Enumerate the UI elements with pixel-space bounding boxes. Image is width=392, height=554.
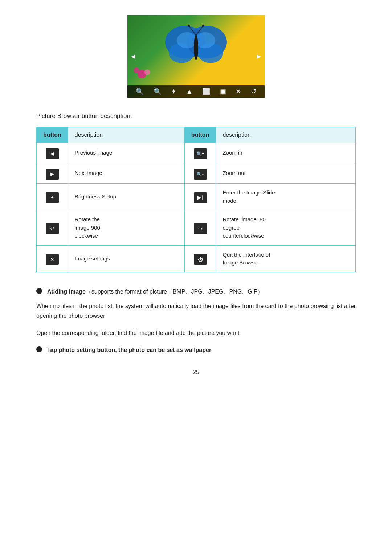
slideshow-icon: ▶| <box>194 192 207 203</box>
zoom-out-icon: 🔍- <box>194 169 207 180</box>
adding-image-formats: （supports the format of picture：BMP、JPG、… <box>86 288 263 295</box>
brightness-icon: ✦ <box>46 192 59 203</box>
table-row: ✕ Image settings ⏻ Quit the interface of… <box>37 245 356 272</box>
toolbar-zoom-in[interactable]: 🔍 <box>136 87 144 95</box>
desc-image-settings: Image settings <box>68 245 184 272</box>
next-image-icon: ► <box>46 169 59 180</box>
icon-cell-next: ► <box>37 163 68 184</box>
desc-slideshow: Enter the Image Slidemode <box>216 184 356 210</box>
wallpaper-label: Tap photo setting button, the photo can … <box>47 347 211 353</box>
svg-point-10 <box>202 25 204 27</box>
table-row: ► Next image 🔍- Zoom out <box>37 163 356 184</box>
toolbar-brightness[interactable]: ✦ <box>171 87 176 95</box>
bullet-dot-2 <box>36 346 42 352</box>
icon-cell-brightness: ✦ <box>37 184 68 210</box>
icon-cell-slideshow: ▶| <box>184 184 216 210</box>
col-header-desc1: description <box>68 127 184 143</box>
paragraph-open-folder: Open the corresponding folder, find the … <box>36 328 356 338</box>
toolbar-crop[interactable]: ▣ <box>220 87 226 95</box>
desc-zoom-in: Zoom in <box>216 143 356 163</box>
button-table: button description button description ◄ … <box>36 127 356 272</box>
svg-point-9 <box>188 25 190 27</box>
rotate-cw-icon: ↩ <box>46 223 59 234</box>
toolbar-add[interactable]: ▲ <box>186 88 193 95</box>
icon-cell-rotate-cw: ↩ <box>37 210 68 246</box>
table-header-row: button description button description <box>37 127 356 143</box>
section-title: Picture Browser button description: <box>36 112 356 120</box>
icon-cell-rotate-ccw: ↪ <box>184 210 216 246</box>
desc-brightness: Brightness Setup <box>68 184 184 210</box>
toolbar-zoom-out[interactable]: 🔍 <box>154 87 162 95</box>
quit-icon: ⏻ <box>194 254 207 265</box>
icon-cell-prev: ◄ <box>37 143 68 163</box>
bullet-wallpaper: Tap photo setting button, the photo can … <box>36 345 356 355</box>
image-settings-icon: ✕ <box>46 254 59 265</box>
desc-prev-image: Previous image <box>68 143 184 163</box>
desc-rotate-cw: Rotate theimage 900clockwise <box>68 210 184 246</box>
desc-zoom-out: Zoom out <box>216 163 356 184</box>
paragraph-auto-load: When no files in the photo list, the sys… <box>36 301 356 321</box>
toolbar-rotate[interactable]: ↺ <box>251 87 256 95</box>
page-number: 25 <box>36 369 356 376</box>
screenshot-container: ◄ ► 🔍 🔍 ✦ ▲ ⬜ ▣ ✕ ↺ <box>36 15 356 98</box>
nav-right-arrow[interactable]: ► <box>255 52 262 61</box>
screenshot-image: ◄ ► 🔍 🔍 ✦ ▲ ⬜ ▣ ✕ ↺ <box>127 15 265 98</box>
bullet-wallpaper-text: Tap photo setting button, the photo can … <box>47 345 211 355</box>
icon-cell-settings: ✕ <box>37 245 68 272</box>
svg-point-13 <box>144 69 150 75</box>
col-header-button2: button <box>184 127 216 143</box>
toolbar: 🔍 🔍 ✦ ▲ ⬜ ▣ ✕ ↺ <box>127 85 265 98</box>
svg-point-6 <box>194 35 198 60</box>
prev-image-icon: ◄ <box>46 148 59 159</box>
toolbar-slideshow[interactable]: ⬜ <box>202 87 210 95</box>
zoom-in-icon: 🔍+ <box>194 148 207 159</box>
desc-next-image: Next image <box>68 163 184 184</box>
rotate-ccw-icon: ↪ <box>194 223 207 234</box>
toolbar-close[interactable]: ✕ <box>236 87 241 95</box>
icon-cell-zoom-in: 🔍+ <box>184 143 216 163</box>
col-header-desc2: description <box>216 127 356 143</box>
table-row: ✦ Brightness Setup ▶| Enter the Image Sl… <box>37 184 356 210</box>
desc-quit: Quit the interface ofImage Browser <box>216 245 356 272</box>
icon-cell-quit: ⏻ <box>184 245 216 272</box>
table-row: ↩ Rotate theimage 900clockwise ↪ Rotate … <box>37 210 356 246</box>
bullet-adding-image: Adding image（supports the format of pict… <box>36 287 356 296</box>
col-header-button1: button <box>37 127 68 143</box>
butterfly-illustration <box>163 22 229 69</box>
bullet-dot <box>36 288 42 294</box>
svg-point-12 <box>134 67 139 73</box>
desc-rotate-ccw: Rotate image 90degreecounterclockwise <box>216 210 356 246</box>
table-row: ◄ Previous image 🔍+ Zoom in <box>37 143 356 163</box>
adding-image-label: Adding image <box>47 288 86 295</box>
icon-cell-zoom-out: 🔍- <box>184 163 216 184</box>
nav-left-arrow[interactable]: ◄ <box>130 52 137 61</box>
bullet-adding-image-text: Adding image（supports the format of pict… <box>47 287 263 296</box>
